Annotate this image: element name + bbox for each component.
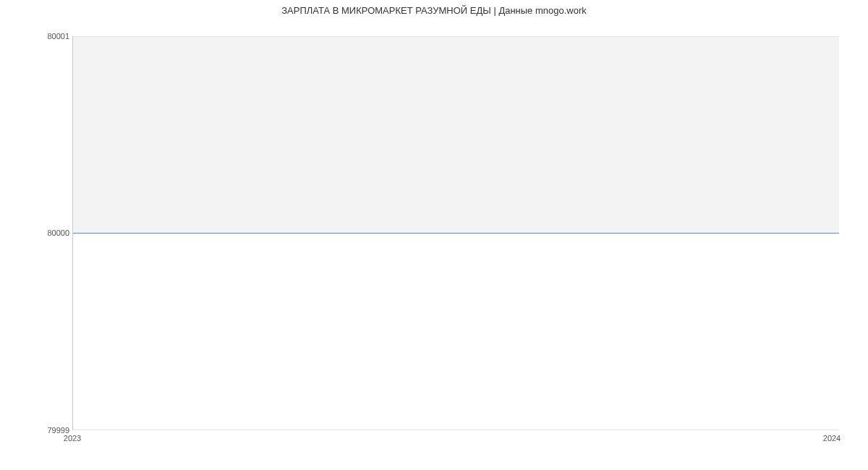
y-tick-label: 80001	[4, 32, 69, 40]
chart-title: ЗАРПЛАТА В МИКРОМАРКЕТ РАЗУМНОЙ ЕДЫ | Да…	[0, 5, 868, 16]
y-tick-label: 80000	[4, 228, 69, 237]
grid-line	[73, 36, 839, 37]
data-line	[73, 233, 839, 234]
chart-container: ЗАРПЛАТА В МИКРОМАРКЕТ РАЗУМНОЙ ЕДЫ | Да…	[0, 0, 868, 470]
grid-band	[73, 36, 839, 233]
grid-line	[73, 430, 839, 430]
plot-area	[72, 36, 839, 430]
x-tick-label: 2023	[64, 434, 81, 443]
x-tick-label: 2024	[823, 434, 841, 443]
y-tick-label: 79999	[4, 426, 69, 435]
